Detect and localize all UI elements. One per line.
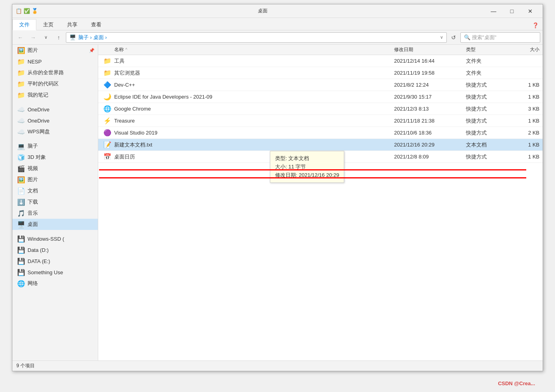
sidebar-item-icon-18: 💾 bbox=[17, 257, 25, 265]
file-row-7[interactable]: 📝新建文本文档.txt2021/12/16 20:29文本文档1 KB bbox=[98, 139, 543, 151]
file-icon-3: 🌙 bbox=[103, 93, 112, 101]
sidebar-item-15[interactable]: 🖥️桌面 bbox=[12, 219, 98, 230]
sidebar-item-9[interactable]: 🧊3D 对象 bbox=[12, 152, 98, 163]
sidebar-item-7[interactable]: ☁️WPS网盘 bbox=[12, 126, 98, 137]
sidebar-item-5[interactable]: ☁️OneDrive bbox=[12, 104, 98, 115]
sidebar-item-icon-1: 📁 bbox=[17, 58, 25, 65]
sidebar-item-16[interactable]: 💾Windows-SSD ( bbox=[12, 233, 98, 244]
pin-icon-0: 📌 bbox=[89, 48, 95, 53]
file-row-0[interactable]: 📁工具2021/12/14 16:44文件夹 bbox=[98, 55, 543, 67]
sidebar-item-label-19: Something Use bbox=[28, 269, 63, 275]
sidebar-item-13[interactable]: ⬇️下载 bbox=[12, 196, 98, 208]
sidebar-item-0[interactable]: 🖼️图片📌 bbox=[12, 45, 98, 56]
col-date-header[interactable]: 修改日期 bbox=[391, 46, 463, 53]
file-icon-1: 📁 bbox=[103, 69, 112, 77]
file-date-5: 2021/11/18 21:38 bbox=[391, 118, 463, 124]
col-type-header[interactable]: 类型 bbox=[463, 46, 511, 53]
sidebar-item-14[interactable]: 🎵音乐 bbox=[12, 208, 98, 219]
file-row-6[interactable]: 🟣Visual Studio 20192021/10/6 18:36快捷方式2 … bbox=[98, 127, 543, 139]
file-type-4: 快捷方式 bbox=[463, 105, 511, 113]
title-bar-controls: — □ ✕ bbox=[484, 4, 539, 18]
tab-share[interactable]: 共享 bbox=[60, 19, 84, 30]
search-bar[interactable]: 🔍 搜索"桌面" bbox=[460, 32, 540, 43]
sidebar-item-label-15: 桌面 bbox=[28, 221, 38, 228]
sidebar-item-icon-17: 💾 bbox=[17, 246, 25, 254]
file-row-3[interactable]: 🌙Eclipse IDE for Java Developers - 2021-… bbox=[98, 91, 543, 103]
sidebar-item-icon-7: ☁️ bbox=[17, 128, 25, 136]
sidebar-item-1[interactable]: 📁NESP bbox=[12, 56, 98, 67]
file-name-col-3: 🌙Eclipse IDE for Java Developers - 2021-… bbox=[98, 93, 391, 101]
file-icon-0: 📁 bbox=[103, 57, 112, 65]
minimize-button[interactable]: — bbox=[484, 4, 503, 18]
sidebar-item-icon-10: 🎬 bbox=[17, 165, 25, 172]
title-bar-icons: 📋 ✅ 🏅 bbox=[16, 8, 38, 14]
sidebar-item-11[interactable]: 🖼️图片 bbox=[12, 174, 98, 185]
col-name-header[interactable]: 名称 ^ bbox=[98, 46, 391, 53]
col-size-header[interactable]: 大小 bbox=[511, 46, 543, 53]
file-date-0: 2021/12/14 16:44 bbox=[391, 58, 463, 64]
tab-view[interactable]: 查看 bbox=[84, 19, 108, 30]
dropdown-button[interactable]: ∨ bbox=[40, 32, 52, 43]
file-icon-5: ⚡ bbox=[103, 117, 112, 125]
sidebar-item-8[interactable]: 💻脑子 bbox=[12, 141, 98, 152]
sidebar-item-icon-2: 📁 bbox=[17, 69, 25, 77]
sidebar-item-12[interactable]: 📄文档 bbox=[12, 185, 98, 196]
sidebar-item-2[interactable]: 📁从你的全世界路 bbox=[12, 67, 98, 78]
sidebar-item-4[interactable]: 📁我的笔记 bbox=[12, 89, 98, 101]
file-list-header: 名称 ^ 修改日期 类型 大小 bbox=[98, 45, 543, 55]
tab-home[interactable]: 主页 bbox=[36, 19, 60, 30]
tab-file[interactable]: 文件 bbox=[12, 19, 36, 30]
sidebar-item-17[interactable]: 💾Data (D:) bbox=[12, 244, 98, 255]
file-row-4[interactable]: 🌐Google Chrome2021/12/3 8:13快捷方式3 KB bbox=[98, 103, 543, 115]
file-type-0: 文件夹 bbox=[463, 57, 511, 65]
sidebar-item-20[interactable]: 🌐网络 bbox=[12, 278, 98, 289]
sidebar-item-icon-15: 🖥️ bbox=[17, 221, 25, 228]
file-row-1[interactable]: 📁其它浏览器2021/11/19 19:58文件夹 bbox=[98, 67, 543, 79]
maximize-button[interactable]: □ bbox=[503, 4, 521, 18]
file-row-2[interactable]: 🔷Dev-C++2021/8/2 12:24快捷方式1 KB bbox=[98, 79, 543, 91]
file-name-col-5: ⚡Treasure bbox=[98, 117, 391, 125]
sidebar-item-10[interactable]: 🎬视频 bbox=[12, 163, 98, 174]
file-type-7: 文本文档 bbox=[463, 141, 511, 148]
status-bar: 9 个项目 bbox=[12, 360, 543, 371]
file-size-3: 1 KB bbox=[511, 94, 543, 100]
sidebar-item-icon-14: 🎵 bbox=[17, 210, 25, 217]
file-rows-container: 📁工具2021/12/14 16:44文件夹📁其它浏览器2021/11/19 1… bbox=[98, 55, 543, 163]
file-list: 名称 ^ 修改日期 类型 大小 📁工具2021/12/14 16:44文件夹📁其… bbox=[98, 45, 543, 360]
file-row-5[interactable]: ⚡Treasure2021/11/18 21:38快捷方式1 KB bbox=[98, 115, 543, 127]
folder-nav-icon: 🖥️ bbox=[69, 34, 76, 40]
red-annotation-line-top bbox=[99, 169, 526, 170]
sidebar-item-19[interactable]: 💾Something Use bbox=[12, 267, 98, 278]
address-bar[interactable]: 🖥️ 脑子 › 桌面 › ∨ bbox=[66, 32, 447, 43]
help-button[interactable]: ❓ bbox=[528, 21, 543, 30]
sidebar: 🖼️图片📌📁NESP📁从你的全世界路📁平时的代码区📁我的笔记☁️OneDrive… bbox=[12, 45, 98, 360]
sidebar-item-label-2: 从你的全世界路 bbox=[28, 69, 64, 76]
quick-access-icon3: 🏅 bbox=[32, 8, 38, 14]
sidebar-item-label-9: 3D 对象 bbox=[28, 154, 46, 161]
sidebar-item-label-11: 图片 bbox=[28, 176, 38, 183]
file-name-col-7: 📝新建文本文档.txt bbox=[98, 141, 391, 148]
file-icon-4: 🌐 bbox=[103, 105, 112, 113]
file-name-text-0: 工具 bbox=[114, 57, 125, 65]
sidebar-item-18[interactable]: 💾DATA (E:) bbox=[12, 255, 98, 267]
sidebar-item-icon-3: 📁 bbox=[17, 80, 25, 88]
file-name-col-2: 🔷Dev-C++ bbox=[98, 81, 391, 89]
sidebar-item-icon-19: 💾 bbox=[17, 269, 25, 276]
up-button[interactable]: ↑ bbox=[53, 32, 64, 43]
sidebar-item-6[interactable]: ☁️OneDrive bbox=[12, 115, 98, 126]
file-name-text-3: Eclipse IDE for Java Developers - 2021-0… bbox=[114, 94, 212, 100]
close-button[interactable]: ✕ bbox=[521, 4, 539, 18]
forward-button[interactable]: → bbox=[28, 32, 39, 43]
refresh-button[interactable]: ↺ bbox=[448, 32, 459, 43]
sort-arrow-icon: ^ bbox=[125, 48, 127, 52]
sidebar-item-icon-13: ⬇️ bbox=[17, 198, 25, 206]
file-type-2: 快捷方式 bbox=[463, 81, 511, 89]
sidebar-item-label-3: 平时的代码区 bbox=[28, 80, 59, 87]
file-size-8: 1 KB bbox=[511, 154, 543, 160]
file-size-2: 1 KB bbox=[511, 82, 543, 88]
back-button[interactable]: ← bbox=[15, 32, 26, 43]
watermark: CSDN @Crea... bbox=[498, 380, 535, 386]
sidebar-item-label-5: OneDrive bbox=[28, 107, 50, 113]
sidebar-item-3[interactable]: 📁平时的代码区 bbox=[12, 78, 98, 89]
quick-access-icon1: 📋 bbox=[16, 8, 22, 14]
